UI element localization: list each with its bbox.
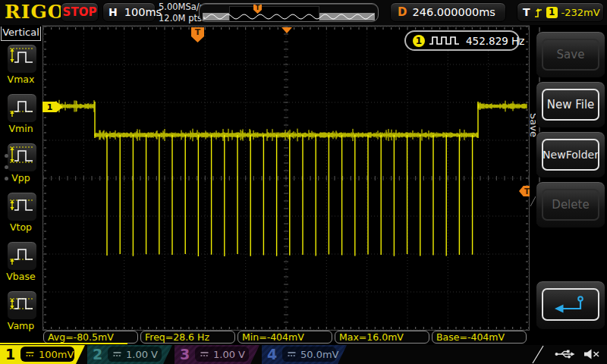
channel2-tab[interactable]: 2 1.00 V <box>87 345 172 364</box>
delay-box[interactable]: D 246.000000ms <box>390 2 506 22</box>
measurement-min[interactable]: Min=-404mV <box>237 331 332 344</box>
softkey-back[interactable] <box>536 281 605 330</box>
channel3-scale: 1.00 V <box>213 349 245 360</box>
status-divider <box>531 345 554 364</box>
timebase-box[interactable]: H 100ms <box>102 2 156 22</box>
acquisition-info: 5.00MSa/s 12.0M pts <box>159 2 204 24</box>
trigger-level-value: -232mV <box>561 7 600 18</box>
measurement-base[interactable]: Base=-404mV <box>432 331 527 344</box>
measurement-avg[interactable]: Avg=-80.5mV <box>43 331 138 344</box>
channel1-tab[interactable]: 1 100mV <box>0 345 85 364</box>
timebase-value: 100ms <box>124 6 162 18</box>
trigger-box[interactable]: T 1 -232mV <box>517 2 604 22</box>
softkey-new-file[interactable]: New File <box>536 81 605 128</box>
top-bar: RIGOL STOP H 100ms 5.00MSa/s 12.0M pts T… <box>0 0 607 26</box>
delay-label: D <box>398 5 407 19</box>
usb-icon <box>554 348 577 363</box>
horizontal-center-marker <box>281 27 292 33</box>
graticule <box>0 0 607 364</box>
channel1-offset-marker[interactable]: 1 <box>42 102 63 112</box>
scroll-dot <box>5 154 8 158</box>
left-menu-title: Vertical <box>1 27 41 41</box>
vpp-icon <box>9 144 35 171</box>
frequency-counter: 1 452.829 Hz <box>404 30 520 51</box>
channel-bar: 1 100mV 2 1.00 V 3 1.00 V 4 50.0mV <box>0 345 607 364</box>
return-arrow-icon <box>542 288 599 321</box>
selected-measurement-underline <box>0 343 127 344</box>
trigger-source-badge: 1 <box>546 7 558 18</box>
channel3-tab[interactable]: 3 1.00 V <box>175 345 259 364</box>
measurement-freq[interactable]: Freq=28.6 Hz <box>140 331 235 344</box>
trigger-position-marker[interactable]: T <box>191 27 204 42</box>
delay-value: 246.000000ms <box>407 6 505 18</box>
measurement-max[interactable]: Max=16.0mV <box>335 331 429 344</box>
menu-item-vmin[interactable]: Vmin <box>0 93 42 142</box>
memory-depth: 12.0M pts <box>159 13 204 24</box>
counter-value: 452.829 Hz <box>466 35 524 47</box>
channel4-tab[interactable]: 4 50.0mV <box>262 345 347 364</box>
channel4-scale: 50.0mV <box>300 349 339 360</box>
trigger-label: T <box>523 6 530 18</box>
softkey-new-folder[interactable]: NewFolder <box>536 131 605 178</box>
menu-item-vtop[interactable]: Vtop <box>0 192 42 240</box>
vamp-icon <box>9 292 35 319</box>
run-state-label: STOP <box>63 5 97 19</box>
vtop-icon <box>9 193 35 221</box>
preview-waveform <box>200 4 379 22</box>
left-menu: Vertical Vmax Vmin Vpp Vtop Vbase Vamp <box>0 25 42 343</box>
channel2-scale: 1.00 V <box>126 349 158 360</box>
memory-position-preview[interactable]: T <box>199 3 379 22</box>
right-menu: Save Save New File NewFolder Delete <box>530 25 607 343</box>
scroll-dot <box>5 177 8 180</box>
menu-item-vbase[interactable]: Vbase <box>0 241 42 290</box>
scroll-dot <box>5 165 8 169</box>
dc-coupling-icon <box>200 349 209 360</box>
square-wave-icon <box>429 34 461 47</box>
menu-item-vamp[interactable]: Vamp <box>0 290 42 339</box>
dc-coupling-icon <box>25 349 35 360</box>
dc-coupling-icon <box>287 349 297 360</box>
dc-coupling-icon <box>112 349 122 360</box>
softkey-delete[interactable]: Delete <box>536 181 605 228</box>
vbase-icon <box>9 243 35 270</box>
run-state-button[interactable]: STOP <box>61 2 99 22</box>
vmax-icon <box>9 46 35 73</box>
rising-edge-icon <box>533 6 543 19</box>
softkey-save[interactable]: Save <box>536 31 605 78</box>
channel1-scale: 100mV <box>39 349 74 360</box>
speaker-muted-icon <box>583 348 600 363</box>
horizontal-label: H <box>109 6 118 18</box>
counter-source-badge: 1 <box>413 35 425 47</box>
menu-item-vmax[interactable]: Vmax <box>0 44 42 93</box>
oscilloscope-screen: RIGOL STOP H 100ms 5.00MSa/s 12.0M pts T… <box>0 0 607 364</box>
sample-rate: 5.00MSa/s <box>159 2 204 13</box>
vmin-icon <box>9 95 35 122</box>
